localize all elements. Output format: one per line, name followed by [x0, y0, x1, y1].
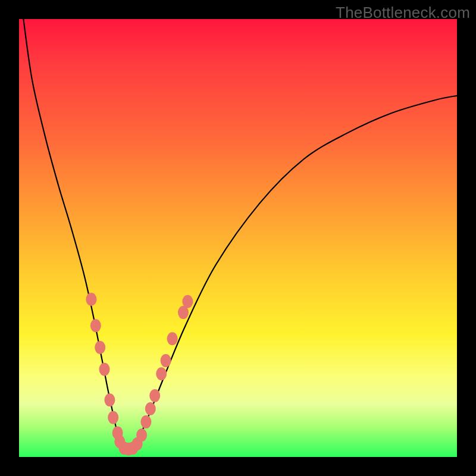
marker-dot — [156, 367, 167, 380]
marker-dot — [104, 393, 115, 406]
marker-dot — [149, 389, 160, 402]
marker-dot — [99, 363, 110, 376]
plot-area — [19, 19, 457, 457]
marker-dot — [145, 402, 156, 415]
curve-svg — [19, 19, 457, 457]
bottleneck-curve — [23, 19, 457, 453]
marker-dot — [182, 295, 193, 308]
marker-dot — [90, 319, 101, 332]
highlighted-points — [86, 293, 193, 456]
marker-dot — [161, 354, 171, 367]
marker-dot — [136, 428, 147, 441]
marker-dot — [167, 332, 178, 345]
marker-dot — [108, 411, 118, 424]
marker-dot — [95, 341, 105, 354]
marker-dot — [86, 293, 96, 306]
marker-dot — [140, 415, 151, 428]
chart-frame: TheBottleneck.com — [0, 0, 476, 476]
